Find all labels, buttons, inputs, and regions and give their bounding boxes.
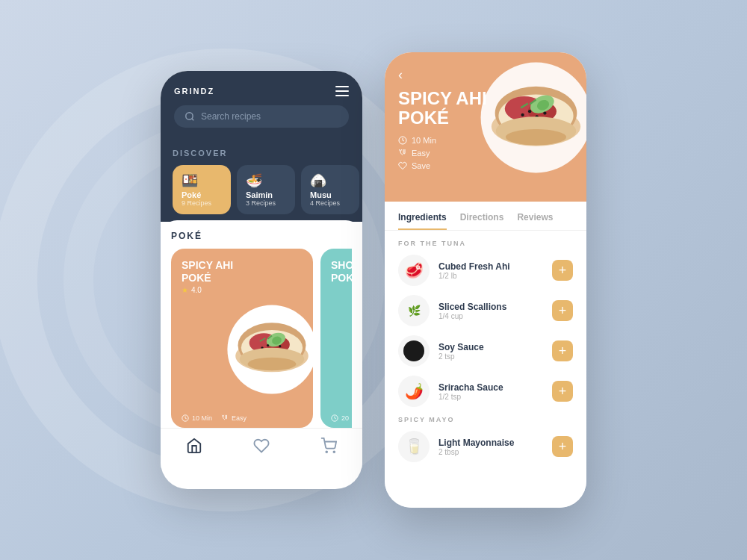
tab-reviews[interactable]: Reviews — [517, 212, 553, 230]
soy-name: Soy Sauce — [438, 342, 543, 352]
tab-directions[interactable]: Directions — [460, 212, 504, 230]
tabs-row: Ingredients Directions Reviews — [385, 202, 586, 231]
musu-count: 4 Recipes — [310, 199, 350, 207]
recipe-rating-1: ★ 4.0 — [182, 286, 303, 294]
ahi-amount: 1/2 lb — [438, 272, 543, 280]
sriracha-info: Sriracha Sauce 1/2 tsp — [438, 382, 543, 401]
section-title: POKÉ — [171, 231, 352, 241]
ingredient-scallions: 🌿 Sliced Scallions 1/4 cup + — [398, 295, 573, 326]
add-soy-button[interactable]: + — [552, 340, 573, 361]
discover-cards: 🍱 Poké 9 Recipes 🍜 Saimin 3 Recipes 🍙 Mu… — [173, 165, 350, 214]
search-placeholder: Search recipes — [201, 111, 261, 122]
svg-point-21 — [333, 451, 335, 452]
discover-label: DISCOVER — [173, 149, 350, 158]
musu-icon: 🍙 — [310, 172, 350, 189]
category-poke[interactable]: 🍱 Poké 9 Recipes — [173, 165, 231, 214]
recipe-cards: SPICY AHIPOKÉ ★ 4.0 — [171, 249, 352, 428]
white-section: POKÉ SPICY AHIPOKÉ ★ 4.0 — [161, 220, 362, 428]
nav-cart[interactable] — [320, 438, 337, 458]
nav-favorites[interactable] — [253, 438, 270, 458]
sriracha-amount: 1/2 tsp — [438, 393, 543, 401]
back-button[interactable]: ‹ — [398, 67, 403, 83]
phone1-nav — [161, 428, 362, 468]
ingredients-section: FOR THE TUNA 🥩 Cubed Fresh Ahi 1/2 lb + … — [385, 240, 586, 462]
app-logo: GRINDZ — [174, 87, 214, 96]
ingredient-soy: Soy Sauce 2 tsp + — [398, 335, 573, 367]
ingredient-sriracha: 🌶️ Sriracha Sauce 1/2 tsp + — [398, 376, 573, 407]
discover-section: DISCOVER 🍱 Poké 9 Recipes 🍜 Saimin 3 Rec… — [161, 138, 362, 222]
scallions-name: Sliced Scallions — [438, 302, 543, 312]
mayo-info: Light Mayonnaise 2 tbsp — [438, 438, 543, 456]
tab-ingredients[interactable]: Ingredients — [398, 212, 447, 230]
poke-name: Poké — [182, 190, 222, 199]
recipe-meta-2: 20 — [320, 408, 352, 428]
soy-info: Soy Sauce 2 tsp — [438, 342, 543, 361]
mayo-icon: 🥛 — [398, 431, 430, 462]
mayo-name: Light Mayonnaise — [438, 438, 543, 448]
poke-icon: 🍱 — [182, 172, 222, 189]
svg-point-0 — [186, 113, 193, 119]
detail-bowl-image — [478, 60, 586, 175]
svg-point-11 — [267, 344, 269, 346]
phone2: ‹ SPICY AHI POKÉ 10 Min Easy Save — [385, 52, 586, 508]
search-bar[interactable]: Search recipes — [174, 105, 349, 128]
search-icon — [185, 111, 195, 122]
sriracha-icon: 🌶️ — [398, 376, 430, 407]
add-scallions-button[interactable]: + — [552, 300, 573, 321]
category-musu[interactable]: 🍙 Musu 4 Recipes — [301, 165, 359, 214]
svg-point-31 — [521, 113, 524, 116]
recipe-time-2: 20 — [341, 414, 349, 422]
recipe-card-showy[interactable]: SHOUPOKÉ 20 — [320, 249, 352, 428]
saimin-icon: 🍜 — [246, 172, 286, 189]
recipe-card-spicy-ahi[interactable]: SPICY AHIPOKÉ ★ 4.0 — [171, 249, 313, 428]
sriracha-name: Sriracha Sauce — [438, 382, 543, 393]
saimin-name: Saimin — [246, 190, 286, 199]
recipe-image-1 — [223, 301, 313, 398]
category-saimin[interactable]: 🍜 Saimin 3 Recipes — [237, 165, 295, 214]
recipe-time-1: 10 Min — [192, 414, 212, 422]
add-ahi-button[interactable]: + — [552, 260, 573, 281]
mayo-section-header: SPICY MAYO — [398, 416, 573, 423]
poke-count: 9 Recipes — [182, 199, 222, 207]
scallions-info: Sliced Scallions 1/4 cup — [438, 302, 543, 320]
svg-point-13 — [279, 345, 281, 347]
saimin-count: 3 Recipes — [246, 199, 286, 207]
scallions-icon: 🌿 — [398, 295, 430, 326]
svg-point-39 — [506, 129, 566, 145]
recipe-meta-1: 10 Min Easy — [171, 408, 313, 428]
svg-point-20 — [326, 451, 327, 452]
recipe-title-2: SHOUPOKÉ — [331, 259, 352, 284]
nav-home[interactable] — [186, 438, 202, 458]
ingredient-ahi: 🥩 Cubed Fresh Ahi 1/2 lb + — [398, 255, 573, 286]
svg-point-32 — [528, 110, 531, 113]
recipe-detail-header: ‹ SPICY AHI POKÉ 10 Min Easy Save — [385, 52, 586, 202]
recipe-title-1: SPICY AHIPOKÉ — [182, 259, 303, 284]
ahi-name: Cubed Fresh Ahi — [438, 261, 543, 272]
menu-icon[interactable] — [335, 86, 349, 96]
soy-icon — [398, 335, 430, 367]
phone2-body: Ingredients Directions Reviews FOR THE T… — [385, 202, 586, 508]
mayo-amount: 2 tbsp — [438, 448, 543, 456]
ingredient-mayo: 🥛 Light Mayonnaise 2 tbsp + — [398, 431, 573, 462]
soy-amount: 2 tsp — [438, 352, 543, 361]
add-sriracha-button[interactable]: + — [552, 381, 573, 402]
recipe-difficulty-1: Easy — [232, 414, 247, 422]
ahi-info: Cubed Fresh Ahi 1/2 lb — [438, 261, 543, 280]
star-icon: ★ — [182, 286, 188, 294]
phone1-header: GRINDZ Search recipes — [161, 71, 362, 138]
musu-name: Musu — [310, 190, 350, 199]
tuna-section-header: FOR THE TUNA — [398, 240, 573, 247]
svg-line-1 — [192, 119, 194, 121]
ahi-icon: 🥩 — [398, 255, 430, 286]
svg-point-34 — [543, 111, 546, 114]
phone1: GRINDZ Search recipes DISCOVER 🍱 Poké 9 … — [161, 71, 362, 489]
svg-point-17 — [248, 358, 297, 370]
add-mayo-button[interactable]: + — [552, 436, 573, 457]
scallions-amount: 1/4 cup — [438, 312, 543, 320]
